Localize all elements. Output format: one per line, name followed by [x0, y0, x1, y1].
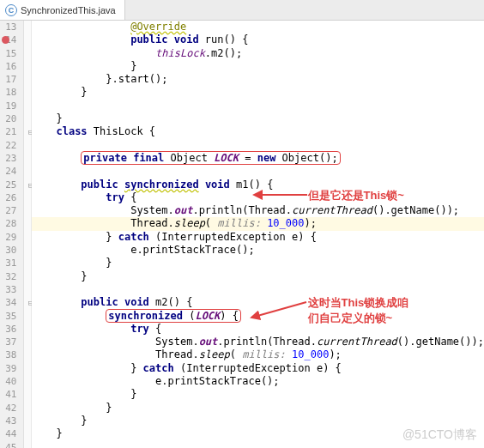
code-line[interactable]: }: [32, 60, 484, 73]
code-line[interactable]: Thread.sleep( millis: 10_000);: [32, 217, 484, 230]
line-number[interactable]: 27: [0, 204, 16, 217]
code-line[interactable]: try {: [32, 191, 484, 204]
line-number[interactable]: 31: [0, 257, 16, 269]
line-number[interactable]: 26: [0, 191, 16, 204]
line-number[interactable]: 20: [0, 112, 16, 125]
watermark: @51CTO博客: [402, 427, 477, 443]
line-number[interactable]: 36: [0, 323, 16, 336]
code-line[interactable]: [32, 165, 484, 178]
highlight-box: synchronized (LOCK) {: [106, 309, 241, 323]
line-number[interactable]: 18: [0, 86, 16, 99]
code-line[interactable]: class ThisLock {: [32, 125, 484, 138]
code-line[interactable]: }: [32, 415, 484, 427]
line-number[interactable]: 21: [0, 125, 16, 138]
code-line[interactable]: System.out.println(Thread.currentThread(…: [32, 204, 484, 217]
file-tab[interactable]: C SynchronizedThis.java: [0, 0, 125, 20]
code-line[interactable]: System.out.println(Thread.currentThread(…: [32, 336, 484, 348]
line-number[interactable]: 34: [0, 296, 16, 309]
line-number[interactable]: 42: [0, 402, 16, 415]
code-line[interactable]: Thread.sleep( millis: 10_000);: [32, 348, 484, 361]
line-number[interactable]: 43: [0, 415, 16, 427]
code-line[interactable]: e.printStackTrace();: [32, 244, 484, 257]
code-line[interactable]: public void run() {: [32, 33, 484, 46]
line-number[interactable]: 25: [0, 179, 16, 191]
line-number[interactable]: 33: [0, 283, 16, 296]
code-line[interactable]: synchronized (LOCK) {: [32, 310, 484, 323]
code-line[interactable]: } catch (InterruptedException e) {: [32, 362, 484, 375]
code-line[interactable]: }.start();: [32, 73, 484, 86]
line-number[interactable]: 39: [0, 362, 16, 375]
editor: 1314151617181920212223242526272829303132…: [0, 21, 484, 448]
line-number[interactable]: 37: [0, 336, 16, 348]
java-class-icon: C: [5, 4, 17, 16]
line-number[interactable]: 24: [0, 165, 16, 178]
line-number[interactable]: 14: [0, 33, 16, 46]
line-gutter[interactable]: 1314151617181920212223242526272829303132…: [0, 21, 24, 448]
line-number[interactable]: 32: [0, 270, 16, 283]
code-line[interactable]: public synchronized void m1() {: [32, 179, 484, 191]
line-number[interactable]: 29: [0, 231, 16, 244]
code-line[interactable]: [32, 139, 484, 152]
code-line[interactable]: [32, 283, 484, 296]
code-line[interactable]: [32, 100, 484, 112]
code-line[interactable]: } catch (InterruptedException e) {: [32, 231, 484, 244]
line-number[interactable]: 16: [0, 60, 16, 73]
line-number[interactable]: 45: [0, 441, 16, 449]
code-line[interactable]: }: [32, 388, 484, 401]
code-line[interactable]: thisLock.m2();: [32, 47, 484, 60]
code-line[interactable]: e.printStackTrace();: [32, 375, 484, 388]
tab-label: SynchronizedThis.java: [21, 5, 116, 15]
code-line[interactable]: }: [32, 270, 484, 283]
line-number[interactable]: 30: [0, 244, 16, 257]
tab-bar: C SynchronizedThis.java: [0, 0, 484, 21]
line-number[interactable]: 40: [0, 375, 16, 388]
line-number[interactable]: 38: [0, 348, 16, 361]
line-number[interactable]: 13: [0, 21, 16, 33]
line-number[interactable]: 41: [0, 388, 16, 401]
highlight-box: private final Object LOCK = new Object()…: [81, 151, 340, 165]
line-number[interactable]: 44: [0, 427, 16, 440]
code-line[interactable]: }: [32, 86, 484, 99]
fold-column[interactable]: ⊟⊟⊟: [24, 21, 31, 448]
code-line[interactable]: }: [32, 402, 484, 415]
code-line[interactable]: }: [32, 257, 484, 269]
code-line[interactable]: private final Object LOCK = new Object()…: [32, 152, 484, 165]
code-area[interactable]: 但是它还是This锁~ 这时当This锁换成咱 们自己定义的锁~ @Overri…: [32, 21, 484, 448]
line-number[interactable]: 15: [0, 47, 16, 60]
code-line[interactable]: try {: [32, 323, 484, 336]
code-line[interactable]: }: [32, 112, 484, 125]
line-number[interactable]: 17: [0, 73, 16, 86]
line-number[interactable]: 23: [0, 152, 16, 165]
code-line[interactable]: public void m2() {: [32, 296, 484, 309]
code-line[interactable]: @Override: [32, 21, 484, 33]
line-number[interactable]: 28: [0, 217, 16, 230]
line-number[interactable]: 35: [0, 310, 16, 323]
line-number[interactable]: 19: [0, 100, 16, 112]
line-number[interactable]: 22: [0, 139, 16, 152]
